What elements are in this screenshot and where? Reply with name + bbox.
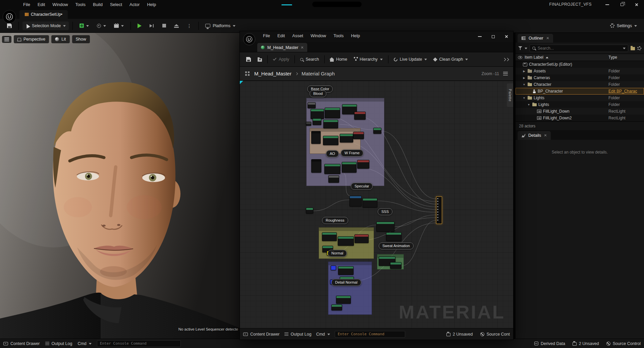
material-node[interactable] [306,122,311,126]
graph-settings-icon[interactable] [503,72,508,75]
browse-asset-button[interactable] [255,55,265,64]
outliner-row[interactable]: CharacterSetUp (Editor) [516,61,644,68]
comment-title-pill[interactable]: W Frame [341,150,363,157]
outliner-row[interactable]: BP_CharacterEdit BP_Charac [516,88,644,95]
material-node[interactable] [357,160,369,169]
close-tab-icon[interactable] [544,134,547,137]
tab-m-head-master[interactable]: M_Head_Master [257,43,307,52]
live-update-dropdown[interactable]: Live Update [391,55,430,64]
tab-details[interactable]: Details [518,131,551,140]
eject-button[interactable] [171,23,182,28]
unsaved-button[interactable]: 2 Unsaved [573,341,599,346]
blueprints-dropdown[interactable] [94,21,109,30]
search-button[interactable]: Search [297,55,322,64]
new-folder-icon[interactable] [631,47,635,50]
gear-icon[interactable] [637,46,641,50]
tab-charactersetup[interactable]: CharacterSetUp• [19,10,68,19]
chevron-down-icon[interactable] [525,48,527,51]
comment-title-pill[interactable]: Normal [328,250,347,257]
hierarchy-dropdown[interactable]: Hierarchy [351,55,386,64]
comment-title-pill[interactable]: Blood [310,90,326,97]
filter-icon[interactable] [518,46,522,50]
eye-icon[interactable] [518,56,522,59]
material-node[interactable] [338,236,354,246]
frame-skip-button[interactable] [147,22,157,30]
item-label-column-header[interactable]: Item Label [516,55,606,60]
minimize-button[interactable] [473,31,486,42]
menu-actor[interactable]: Actor [126,0,143,9]
console-command-input[interactable] [97,340,181,347]
comment-title-pill[interactable]: Sweat Animation [379,242,414,249]
unreal-logo[interactable] [3,10,16,23]
viewport-options-button[interactable] [2,36,11,43]
mat-menu-edit[interactable]: Edit [274,31,288,42]
mat-menu-asset[interactable]: Asset [288,31,307,42]
material-node[interactable] [306,208,313,214]
material-node[interactable] [313,118,321,125]
type-column-header[interactable]: Type [606,55,644,60]
menu-help[interactable]: Help [143,0,160,9]
perspective-dropdown[interactable]: Perspective [14,35,49,43]
menu-window[interactable]: Window [49,0,71,9]
view-mode-dropdown[interactable]: Lit [51,35,69,43]
material-node[interactable] [363,198,377,208]
restore-button[interactable] [614,0,629,9]
material-node[interactable] [373,128,381,134]
mat-menu-window[interactable]: Window [307,31,330,42]
material-node[interactable] [308,102,316,108]
material-graph-canvas[interactable]: Palette MATERIAL Base ColorBloodAOW Fram… [240,81,513,328]
comment-title-pill[interactable]: AO [326,150,339,157]
mat-menu-tools[interactable]: Tools [330,31,347,42]
tab-outliner[interactable]: Outliner [518,34,553,43]
material-output-node[interactable] [436,196,442,224]
comment-title-pill[interactable]: SSS [378,208,392,215]
close-tab-icon[interactable] [301,46,304,49]
comment-title-pill[interactable]: Detail Normal [331,279,361,286]
clean-graph-dropdown[interactable]: Clean Graph [431,55,471,64]
material-node[interactable] [355,234,369,243]
derived-data-button[interactable]: Derived Data [534,341,565,346]
chevron-down-icon[interactable] [623,48,626,51]
edit-blueprint-link[interactable]: Edit BP_Charac [606,89,644,94]
material-node[interactable] [350,196,362,207]
settings-dropdown[interactable]: Settings [607,21,640,30]
material-node[interactable] [311,159,321,173]
material-node[interactable] [323,120,338,128]
cmd-dropdown[interactable]: Cmd [316,332,330,337]
cinematics-dropdown[interactable] [111,21,127,30]
output-log-button[interactable]: Output Log [45,341,72,346]
material-node[interactable] [331,304,342,310]
outliner-row[interactable]: ▶CamerasFolder [516,74,644,81]
material-node[interactable] [376,222,394,232]
material-node[interactable] [354,112,366,120]
play-button[interactable] [135,21,145,30]
mat-menu-file[interactable]: File [259,31,274,42]
stop-button[interactable] [159,22,169,30]
close-tab-icon[interactable] [546,37,549,40]
save-button[interactable] [243,55,254,64]
material-node[interactable] [311,109,324,119]
material-node[interactable] [390,262,401,269]
home-button[interactable]: Home [327,55,350,64]
content-drawer-button[interactable]: Content Drawer [3,341,40,346]
outliner-row[interactable]: FillLight_Down2RectLight [516,115,644,121]
palette-tab[interactable]: Palette [507,83,513,107]
outliner-row[interactable]: ▼LightsFolder [516,101,644,108]
menu-edit[interactable]: Edit [34,0,49,9]
expand-arrow-icon[interactable]: ▼ [522,83,526,86]
breadcrumb-root[interactable]: M_Head_Master [254,71,291,76]
expand-arrow-icon[interactable]: ▶ [522,70,526,73]
material-node[interactable] [325,108,340,118]
level-viewport[interactable]: Perspective Lit Show No active Level Seq… [0,33,239,339]
unsaved-button[interactable]: 2 Unsaved [446,332,473,337]
content-drawer-button[interactable]: Content Drawer [243,332,280,337]
outliner-row[interactable]: ▼LightsFolder [516,95,644,101]
toolbar-overflow-button[interactable] [503,58,510,61]
output-log-button[interactable]: Output Log [284,332,312,337]
menu-file[interactable]: File [19,0,34,9]
material-node[interactable] [342,162,357,173]
material-node[interactable] [338,266,354,275]
source-control-button[interactable]: Source Control [606,341,641,346]
source-control-button[interactable]: Source Cont [480,332,510,337]
material-node[interactable] [331,266,336,270]
